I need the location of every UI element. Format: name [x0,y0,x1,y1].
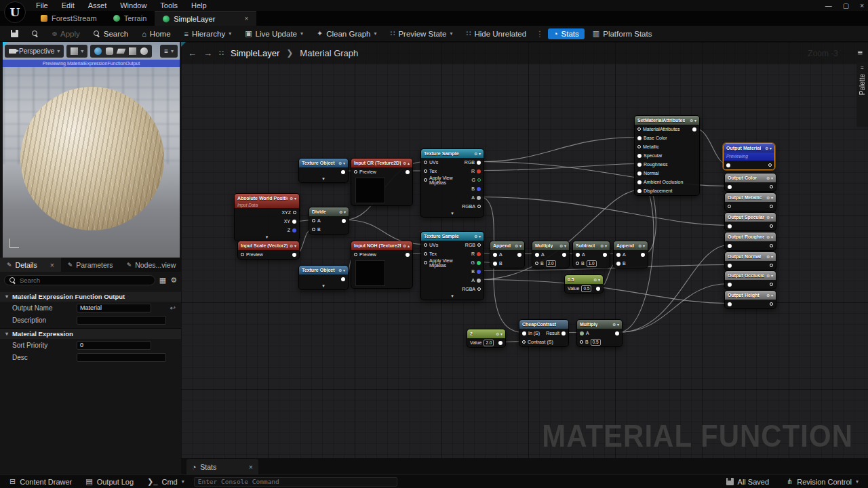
platform-stats-button[interactable]: ▥Platform Stats [587,28,658,39]
node-pin[interactable] [477,196,481,200]
wire-20[interactable] [618,284,729,333]
sort-priority-field[interactable]: 0 [77,341,151,350]
node-pin[interactable] [615,331,619,336]
node-pin[interactable] [616,262,620,266]
node-pin[interactable] [728,302,732,306]
tab-foreststream[interactable]: ForestStream [33,11,105,26]
stats-button[interactable]: ◔Stats [548,28,585,39]
node-header-icons[interactable]: ⚙ ▾ [766,176,773,180]
viewport-options-button[interactable]: ≡ ▾ [160,45,178,58]
node-constant-0-5[interactable]: 0.5⚙ ▾Value0.5 [564,274,604,293]
node-pin[interactable] [580,331,584,336]
node-pin[interactable] [637,127,641,131]
camera-mode-dropdown[interactable]: Perspective ▾ [5,45,64,58]
menu-help[interactable]: Help [185,1,213,9]
node-pin[interactable] [535,262,538,265]
node-pin[interactable] [477,243,481,247]
node-pin[interactable] [354,170,357,174]
save-button[interactable] [5,28,24,39]
node-pin[interactable] [477,279,481,283]
node-header-icons[interactable]: ⚙ ▾ [638,243,645,248]
back-button[interactable]: ← [188,48,197,58]
node-pin[interactable] [637,189,642,193]
node-header-icons[interactable]: ⚙ ▾ [766,293,773,298]
node-pin[interactable] [477,178,481,182]
node-pin[interactable] [641,253,645,257]
node-pin[interactable] [522,340,526,344]
node-pin[interactable] [341,170,345,174]
node-pin[interactable] [576,262,579,265]
forward-button[interactable]: → [203,48,212,58]
shape-teapot-button[interactable] [140,47,148,55]
node-header-icons[interactable]: ⚙ ▾ [690,118,696,123]
node-pin[interactable] [477,261,481,265]
node-pin[interactable] [637,171,642,176]
stats-panel-tab[interactable]: ◔ Stats × [186,459,258,474]
node-pin[interactable] [728,283,732,287]
menu-edit[interactable]: Edit [56,1,81,9]
value-box[interactable]: 0.5 [591,339,601,346]
node-pin[interactable] [561,331,566,336]
tab-details[interactable]: ✎ Details × [0,258,61,272]
wire-24[interactable] [479,197,729,226]
node-header-icons[interactable]: ⚙ ▾ [338,161,345,165]
node-pin[interactable] [341,277,345,281]
reset-to-default-icon[interactable]: ↩ [170,304,176,312]
menu-asset[interactable]: Asset [82,1,113,9]
node-output-material[interactable]: Output Material⚙ ▾Previewing [723,143,775,170]
node-cheap-contrast[interactable]: CheapContrastIn (S)ResultContrast (S) [519,319,569,347]
gear-icon[interactable]: ⚙ [170,276,177,285]
menu-tools[interactable]: Tools [154,1,184,9]
node-collapse-chevron-icon[interactable]: ▾ [299,283,348,289]
node-pin[interactable] [535,253,539,257]
node-pin[interactable] [770,302,773,306]
node-header-icons[interactable]: ⚙ ▾ [766,215,773,220]
node-pin[interactable] [493,253,497,257]
node-collapse-chevron-icon[interactable]: ▾ [421,211,484,217]
shape-plane-button[interactable] [117,49,126,54]
palette-side-tab[interactable]: ≡ Palette [856,62,868,127]
node-pin[interactable] [596,287,600,291]
node-pin[interactable] [580,340,583,344]
node-pin[interactable] [637,145,641,148]
node-pin[interactable] [312,228,315,231]
description-field[interactable] [77,316,166,325]
node-header-icons[interactable]: ⚙ ▾ [766,195,773,200]
node-pin[interactable] [406,170,410,174]
breadcrumb-root[interactable]: SimpleLayer [231,48,279,58]
node-header-icons[interactable]: ⚙ ▾ [612,322,619,327]
node-pin[interactable] [477,169,481,174]
node-header-icons[interactable]: ⚙ ▾ [338,268,345,272]
node-texture-sample-2[interactable]: Texture Sample⚙ ▾UVsRGBTexRApply View Mi… [420,231,484,300]
tab-close-icon[interactable]: × [244,15,248,22]
node-absolute-world-position[interactable]: Absolute World Position⚙ ▾Input DataXYZX… [234,193,300,241]
node-pin[interactable] [728,224,732,228]
node-pin[interactable] [616,253,620,257]
section-material-expression-function-output[interactable]: ▾ Material Expression Function Output [0,291,181,302]
node-input-scale-vector2[interactable]: Input Scale (Vector2)⚙ ▾Preview [237,241,300,260]
search-button[interactable]: Search [88,28,134,39]
node-multiply-1[interactable]: Multiply⚙ ▾AB2.0 [532,241,570,268]
node-output-roughness[interactable]: Output Roughness⚙ ▾ [724,232,776,251]
node-texture-object-1[interactable]: Texture Object⚙ ▾▾ [298,158,349,183]
menu-file[interactable]: File [30,1,54,9]
node-pin[interactable] [637,163,642,167]
home-button[interactable]: ⌂Home [136,28,176,39]
node-header-icons[interactable]: ⚙ ▾ [559,243,566,248]
cmd-dropdown[interactable]: ❯_Cmd▾ [143,477,189,486]
view-mode-button[interactable]: ▾ [66,45,87,58]
node-pin[interactable] [637,136,642,140]
node-header-icons[interactable]: ⚙ ▾ [515,243,521,248]
node-pin[interactable] [770,244,773,247]
section-material-expression[interactable]: ▾ Material Expression [0,328,181,339]
node-pin[interactable] [770,185,773,188]
node-header-icons[interactable]: ⚙ ▾ [766,235,773,239]
shape-sphere-button[interactable] [94,47,102,55]
node-header-icons[interactable]: ⚙ ▾ [290,196,296,201]
preview-viewport[interactable]: Previewing MaterialExpressionFunctionOut… [3,42,180,258]
node-pin[interactable] [498,341,502,345]
node-subtract[interactable]: Subtract⚙ ▾AB1.0 [572,241,610,268]
node-pin[interactable] [342,219,346,223]
node-pin[interactable] [477,270,481,274]
node-collapse-chevron-icon[interactable]: ▾ [299,176,348,182]
